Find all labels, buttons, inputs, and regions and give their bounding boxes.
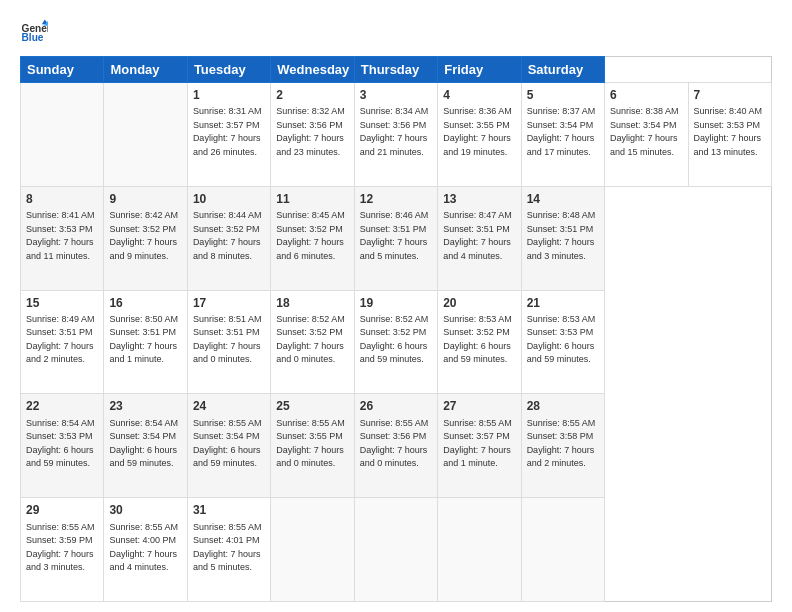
calendar-cell: 16Sunrise: 8:50 AMSunset: 3:51 PMDayligh…	[104, 290, 187, 394]
calendar-cell: 7Sunrise: 8:40 AMSunset: 3:53 PMDaylight…	[688, 83, 772, 187]
day-number: 15	[26, 295, 98, 312]
day-info: Sunrise: 8:44 AMSunset: 3:52 PMDaylight:…	[193, 209, 265, 263]
day-number: 22	[26, 398, 98, 415]
week-row-4: 22Sunrise: 8:54 AMSunset: 3:53 PMDayligh…	[21, 394, 772, 498]
calendar-cell: 15Sunrise: 8:49 AMSunset: 3:51 PMDayligh…	[21, 290, 104, 394]
calendar-cell: 8Sunrise: 8:41 AMSunset: 3:53 PMDaylight…	[21, 186, 104, 290]
day-number: 28	[527, 398, 599, 415]
calendar-table: SundayMondayTuesdayWednesdayThursdayFrid…	[20, 56, 772, 602]
day-header-saturday: Saturday	[521, 57, 604, 83]
day-number: 16	[109, 295, 181, 312]
day-info: Sunrise: 8:53 AMSunset: 3:52 PMDaylight:…	[443, 313, 515, 367]
calendar-cell	[521, 498, 604, 602]
day-number: 2	[276, 87, 348, 104]
calendar-cell: 26Sunrise: 8:55 AMSunset: 3:56 PMDayligh…	[354, 394, 437, 498]
calendar-cell: 27Sunrise: 8:55 AMSunset: 3:57 PMDayligh…	[438, 394, 521, 498]
calendar-cell: 24Sunrise: 8:55 AMSunset: 3:54 PMDayligh…	[187, 394, 270, 498]
day-info: Sunrise: 8:55 AMSunset: 3:56 PMDaylight:…	[360, 417, 432, 471]
day-info: Sunrise: 8:54 AMSunset: 3:53 PMDaylight:…	[26, 417, 98, 471]
calendar-cell: 14Sunrise: 8:48 AMSunset: 3:51 PMDayligh…	[521, 186, 604, 290]
day-number: 11	[276, 191, 348, 208]
calendar-cell: 29Sunrise: 8:55 AMSunset: 3:59 PMDayligh…	[21, 498, 104, 602]
day-number: 13	[443, 191, 515, 208]
calendar-body: 1Sunrise: 8:31 AMSunset: 3:57 PMDaylight…	[21, 83, 772, 602]
day-number: 7	[694, 87, 767, 104]
day-number: 3	[360, 87, 432, 104]
day-number: 26	[360, 398, 432, 415]
day-info: Sunrise: 8:41 AMSunset: 3:53 PMDaylight:…	[26, 209, 98, 263]
day-info: Sunrise: 8:48 AMSunset: 3:51 PMDaylight:…	[527, 209, 599, 263]
calendar-cell: 12Sunrise: 8:46 AMSunset: 3:51 PMDayligh…	[354, 186, 437, 290]
day-info: Sunrise: 8:50 AMSunset: 3:51 PMDaylight:…	[109, 313, 181, 367]
calendar-cell: 19Sunrise: 8:52 AMSunset: 3:52 PMDayligh…	[354, 290, 437, 394]
calendar-cell	[354, 498, 437, 602]
day-info: Sunrise: 8:55 AMSunset: 4:00 PMDaylight:…	[109, 521, 181, 575]
calendar-cell: 6Sunrise: 8:38 AMSunset: 3:54 PMDaylight…	[605, 83, 688, 187]
day-number: 17	[193, 295, 265, 312]
calendar-cell: 18Sunrise: 8:52 AMSunset: 3:52 PMDayligh…	[271, 290, 354, 394]
day-info: Sunrise: 8:54 AMSunset: 3:54 PMDaylight:…	[109, 417, 181, 471]
logo: General Blue	[20, 18, 48, 46]
day-info: Sunrise: 8:47 AMSunset: 3:51 PMDaylight:…	[443, 209, 515, 263]
day-number: 20	[443, 295, 515, 312]
calendar-cell	[21, 83, 104, 187]
day-number: 12	[360, 191, 432, 208]
calendar-cell: 23Sunrise: 8:54 AMSunset: 3:54 PMDayligh…	[104, 394, 187, 498]
day-header-tuesday: Tuesday	[187, 57, 270, 83]
day-number: 27	[443, 398, 515, 415]
calendar-cell: 11Sunrise: 8:45 AMSunset: 3:52 PMDayligh…	[271, 186, 354, 290]
day-number: 23	[109, 398, 181, 415]
calendar-cell: 17Sunrise: 8:51 AMSunset: 3:51 PMDayligh…	[187, 290, 270, 394]
day-header-wednesday: Wednesday	[271, 57, 354, 83]
calendar-page: General Blue SundayMondayTuesdayWednesda…	[0, 0, 792, 612]
day-info: Sunrise: 8:53 AMSunset: 3:53 PMDaylight:…	[527, 313, 599, 367]
calendar-header: SundayMondayTuesdayWednesdayThursdayFrid…	[21, 57, 772, 83]
calendar-cell: 1Sunrise: 8:31 AMSunset: 3:57 PMDaylight…	[187, 83, 270, 187]
day-number: 8	[26, 191, 98, 208]
calendar-cell: 28Sunrise: 8:55 AMSunset: 3:58 PMDayligh…	[521, 394, 604, 498]
day-info: Sunrise: 8:36 AMSunset: 3:55 PMDaylight:…	[443, 105, 515, 159]
day-info: Sunrise: 8:55 AMSunset: 4:01 PMDaylight:…	[193, 521, 265, 575]
day-info: Sunrise: 8:31 AMSunset: 3:57 PMDaylight:…	[193, 105, 265, 159]
calendar-cell: 22Sunrise: 8:54 AMSunset: 3:53 PMDayligh…	[21, 394, 104, 498]
calendar-cell: 10Sunrise: 8:44 AMSunset: 3:52 PMDayligh…	[187, 186, 270, 290]
day-number: 18	[276, 295, 348, 312]
day-header-row: SundayMondayTuesdayWednesdayThursdayFrid…	[21, 57, 772, 83]
calendar-cell: 4Sunrise: 8:36 AMSunset: 3:55 PMDaylight…	[438, 83, 521, 187]
day-number: 1	[193, 87, 265, 104]
day-number: 25	[276, 398, 348, 415]
day-info: Sunrise: 8:45 AMSunset: 3:52 PMDaylight:…	[276, 209, 348, 263]
day-number: 14	[527, 191, 599, 208]
calendar-cell	[438, 498, 521, 602]
calendar-cell	[271, 498, 354, 602]
day-number: 21	[527, 295, 599, 312]
day-info: Sunrise: 8:42 AMSunset: 3:52 PMDaylight:…	[109, 209, 181, 263]
calendar-cell: 30Sunrise: 8:55 AMSunset: 4:00 PMDayligh…	[104, 498, 187, 602]
day-info: Sunrise: 8:49 AMSunset: 3:51 PMDaylight:…	[26, 313, 98, 367]
day-header-thursday: Thursday	[354, 57, 437, 83]
day-info: Sunrise: 8:46 AMSunset: 3:51 PMDaylight:…	[360, 209, 432, 263]
day-number: 30	[109, 502, 181, 519]
day-number: 19	[360, 295, 432, 312]
calendar-cell: 9Sunrise: 8:42 AMSunset: 3:52 PMDaylight…	[104, 186, 187, 290]
day-info: Sunrise: 8:32 AMSunset: 3:56 PMDaylight:…	[276, 105, 348, 159]
day-info: Sunrise: 8:37 AMSunset: 3:54 PMDaylight:…	[527, 105, 599, 159]
day-number: 5	[527, 87, 599, 104]
day-info: Sunrise: 8:55 AMSunset: 3:59 PMDaylight:…	[26, 521, 98, 575]
week-row-1: 1Sunrise: 8:31 AMSunset: 3:57 PMDaylight…	[21, 83, 772, 187]
day-info: Sunrise: 8:40 AMSunset: 3:53 PMDaylight:…	[694, 105, 767, 159]
day-info: Sunrise: 8:34 AMSunset: 3:56 PMDaylight:…	[360, 105, 432, 159]
day-info: Sunrise: 8:55 AMSunset: 3:54 PMDaylight:…	[193, 417, 265, 471]
day-header-sunday: Sunday	[21, 57, 104, 83]
week-row-3: 15Sunrise: 8:49 AMSunset: 3:51 PMDayligh…	[21, 290, 772, 394]
day-number: 29	[26, 502, 98, 519]
day-info: Sunrise: 8:55 AMSunset: 3:57 PMDaylight:…	[443, 417, 515, 471]
calendar-cell: 20Sunrise: 8:53 AMSunset: 3:52 PMDayligh…	[438, 290, 521, 394]
day-info: Sunrise: 8:55 AMSunset: 3:58 PMDaylight:…	[527, 417, 599, 471]
logo-icon: General Blue	[20, 18, 48, 46]
calendar-cell	[104, 83, 187, 187]
day-info: Sunrise: 8:51 AMSunset: 3:51 PMDaylight:…	[193, 313, 265, 367]
week-row-5: 29Sunrise: 8:55 AMSunset: 3:59 PMDayligh…	[21, 498, 772, 602]
week-row-2: 8Sunrise: 8:41 AMSunset: 3:53 PMDaylight…	[21, 186, 772, 290]
calendar-cell: 3Sunrise: 8:34 AMSunset: 3:56 PMDaylight…	[354, 83, 437, 187]
